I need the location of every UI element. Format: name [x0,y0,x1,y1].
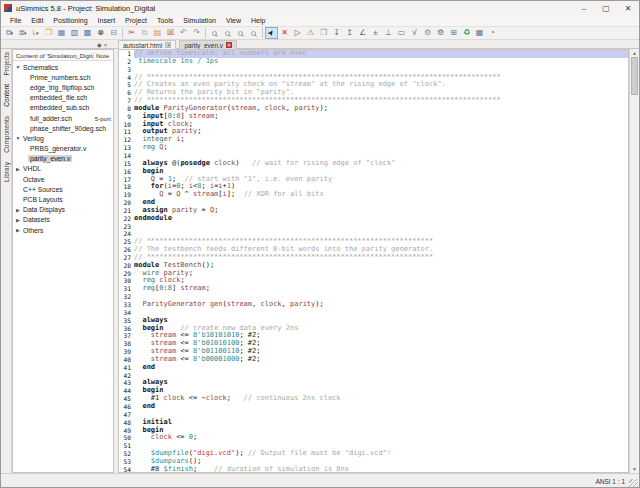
tree-item-prbs-generator-v[interactable]: PRBS_generator.v [13,144,113,154]
save-icon: ▦ [58,29,66,37]
pointer-tool-button[interactable]: ➤ [265,27,278,39]
tree-item-vhdl[interactable]: ▶VHDL [13,164,113,174]
line-number: 19 [119,191,134,199]
zoom-region-button[interactable] [247,27,260,39]
menu-item-tools[interactable]: Tools [152,17,178,24]
options-button[interactable]: ⚙ [434,27,447,39]
tree-item-pcb-layouts[interactable]: PCB Layouts [13,194,113,204]
code-line: 21 assign parity = Q; [119,207,628,215]
tree-item-label: PCB Layouts [21,196,65,203]
line-number: 10 [119,121,134,129]
open-button[interactable]: ❐ [42,27,55,39]
code-editor[interactable]: 1// define timescale: all numbers are ns… [118,49,629,473]
tree-item-data-displays[interactable]: ▶Data Displays [13,205,113,215]
tree-item-edge-trig-flipflop-sch[interactable]: edge_trig_flipflop.sch [13,82,113,92]
text-warning-button[interactable]: ⚠ [304,27,317,39]
settings-button[interactable]: ⚙ [421,27,434,39]
doc-tab-parity-even-v[interactable]: parity_even.v× [179,40,237,49]
project-content-panel: Content of 'Simulation_Digital' Note ▼Sc… [12,49,114,473]
page-tool-button[interactable]: ❐ [317,27,330,39]
save-all-button[interactable]: ▩ [81,27,94,39]
print-button[interactable]: ⊟ [107,27,120,39]
resize-grip[interactable] [629,479,638,488]
probe-button[interactable]: ⊥ [382,27,395,39]
close-file-button[interactable]: ⊗ [94,27,107,39]
tab-close-icon[interactable]: × [165,42,171,48]
maximize-button[interactable]: ▢ [595,2,617,15]
tree-item-embedded-sub-sch[interactable]: embedded_sub.sch [13,103,113,113]
menu-item-file[interactable]: File [5,17,26,24]
menu-item-simulation[interactable]: Simulation [178,17,221,24]
save-as-button[interactable]: ▧ [68,27,81,39]
copy-button[interactable]: ⧉ [138,27,151,39]
tree-item-datasets[interactable]: ▶Datasets [13,215,113,225]
delete-button[interactable]: ☒ [164,27,177,39]
tree-item-prime-numbers-sch[interactable]: Prime_numbers.sch [13,72,113,82]
panel-pin-icon[interactable]: ◆ [97,42,102,48]
line-number: 49 [119,427,134,435]
menu-item-insert[interactable]: Insert [93,17,121,24]
scroll-down-icon[interactable]: ▼ [630,465,639,473]
scrollbar-thumb[interactable] [631,57,638,95]
menu-item-project[interactable]: Project [120,17,152,24]
menu-item-edit[interactable]: Edit [26,17,48,24]
tree-item-others[interactable]: ▶Others [13,225,113,235]
doc-tab-autostart-html[interactable]: autostart.html× [118,40,176,49]
menu-item-view[interactable]: View [221,17,246,24]
code-line: 29 wire parity; [119,270,628,278]
tree-item-verilog[interactable]: ▼Verilog [13,133,113,143]
run-tool-button[interactable]: ▷ [291,27,304,39]
side-tab-components[interactable]: Components [3,116,10,153]
tree-item-phase-shifter-90deg-sch[interactable]: phase_shifter_90deg.sch [13,123,113,133]
side-tab-projects[interactable]: Projects [3,52,10,75]
tree-item-label: VHDL [21,165,43,172]
close-button[interactable]: ✕ [617,2,639,15]
minimize-button[interactable]: – [573,2,595,15]
tab-close-icon[interactable]: × [226,42,232,48]
export-down-button[interactable]: ↧ [330,27,343,39]
undo-button[interactable]: ↶ [177,27,190,39]
scroll-up-icon[interactable]: ▲ [630,49,639,57]
import-up-button[interactable]: ↥ [343,27,356,39]
new-library-button[interactable]: L▾ [29,27,42,39]
line-number: 23 [119,223,134,231]
redo-button[interactable]: ↷ [190,27,203,39]
line-number: 18 [119,183,134,191]
draw-angle-button[interactable]: ∠ [356,27,369,39]
port-button[interactable]: ▭ [395,27,408,39]
clock-button[interactable]: ◔ [486,27,499,39]
formula-button[interactable]: √ [408,27,421,39]
tree-item-c-sources[interactable]: C++ Sources [13,184,113,194]
zoom-fit-button[interactable] [234,27,247,39]
tree-item-parity-even-v[interactable]: parity_even.v [13,154,113,164]
tree-item-label: Datasets [21,216,52,223]
run-tool-icon: ▷ [294,29,300,37]
refresh-button[interactable]: ♻ [460,27,473,39]
zoom-in-button[interactable] [208,27,221,39]
menu-item-help[interactable]: Help [246,17,270,24]
new-schematic-button[interactable]: ⧉▾ [3,27,16,39]
save-button[interactable]: ▦ [55,27,68,39]
tree-item-full-adder-sch[interactable]: full_adder.sch5-port [13,113,113,123]
zoom-out-button[interactable] [221,27,234,39]
table-button[interactable]: ⊞ [447,27,460,39]
level-button[interactable]: ± [369,27,382,39]
tree-item-schematics[interactable]: ▼Schematics [13,62,113,72]
code-line-text: initial [134,419,628,427]
paste-button[interactable]: ▤ [151,27,164,39]
code-line-text: input clock; [134,121,628,129]
tree-item-octave[interactable]: Octave [13,174,113,184]
scrollbar-track[interactable] [630,95,639,465]
panel-close-icon[interactable]: × [104,42,108,48]
wire-tool-button[interactable]: ✕ [278,27,291,39]
tree-item-label: PRBS_generator.v [28,145,88,152]
display-button[interactable]: ▦ [473,27,486,39]
vertical-scrollbar[interactable]: ▲ ▼ [629,49,639,473]
cut-button[interactable]: ✂ [125,27,138,39]
tree-item-embedded-file-sch[interactable]: embedded_file.sch [13,93,113,103]
code-line-text: #1 clock <= ~clock; // continuous 2ns cl… [134,395,628,403]
side-tab-content[interactable]: Content [3,84,10,107]
side-tab-library[interactable]: Library [3,162,10,182]
menu-item-positioning[interactable]: Positioning [48,17,92,24]
new-text-button[interactable]: ≣▾ [16,27,29,39]
